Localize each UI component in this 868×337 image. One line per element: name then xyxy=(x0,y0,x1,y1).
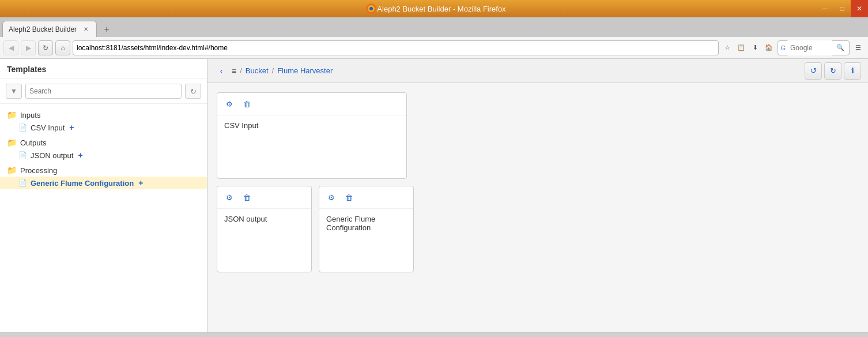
window-title: Aleph2 Bucket Builder - Mozilla Firefox xyxy=(377,5,505,13)
breadcrumb: ‹ ≡ / Bucket / Flume Harvester xyxy=(214,64,333,78)
template-tree: 📁 Inputs 📄 CSV Input + 📁 Outputs 📄 JSON … xyxy=(0,104,207,332)
title-bar: Aleph2 Bucket Builder - Mozilla Firefox … xyxy=(0,0,868,17)
breadcrumb-home-icon[interactable]: ≡ xyxy=(232,66,236,76)
browser-chrome: Aleph2 Bucket Builder ✕ + ◀ ▶ ↻ ⌂ ☆ 📋 ⬇ … xyxy=(0,17,868,59)
close-button[interactable]: ✕ xyxy=(851,0,868,17)
card-json-delete-button[interactable]: 🗑 xyxy=(240,191,253,204)
flume-label: Generic Flume Configuration xyxy=(31,179,134,188)
card-csv-gear-button[interactable]: ⚙ xyxy=(223,98,236,110)
add-csv-icon[interactable]: + xyxy=(69,123,74,132)
header-refresh2-button[interactable]: ↻ xyxy=(824,62,841,80)
card-flume-title: Generic Flume Configuration xyxy=(326,215,375,232)
svg-point-2 xyxy=(369,7,373,10)
folder-processing-icon: 📁 xyxy=(7,166,17,175)
card-json-header: ⚙ 🗑 xyxy=(217,186,311,209)
doc-flume-icon: 📄 xyxy=(18,179,27,187)
bookmark-button[interactable]: 📋 xyxy=(735,42,748,54)
add-json-icon[interactable]: + xyxy=(78,151,82,160)
download-button[interactable]: ⬇ xyxy=(749,42,761,54)
breadcrumb-current: Flume Harvester xyxy=(277,66,333,75)
tree-item-flume[interactable]: 📄 Generic Flume Configuration + xyxy=(0,177,207,189)
firefox-logo xyxy=(365,3,377,14)
folder-processing[interactable]: 📁 Processing xyxy=(0,164,207,177)
card-flume-body: Generic Flume Configuration xyxy=(319,209,413,272)
card-json-gear-button[interactable]: ⚙ xyxy=(223,191,236,204)
new-tab-button[interactable]: + xyxy=(99,22,114,37)
folder-inputs[interactable]: 📁 Inputs xyxy=(0,108,207,121)
tree-item-json-output[interactable]: 📄 JSON output + xyxy=(0,149,207,162)
active-tab[interactable]: Aleph2 Bucket Builder ✕ xyxy=(2,21,97,37)
json-output-label: JSON output xyxy=(31,151,73,160)
sidebar-search-row: ▼ ↻ xyxy=(0,79,207,104)
cards-row-2: ⚙ 🗑 JSON output ⚙ 🗑 Generic Flume Config… xyxy=(217,186,859,272)
browser-search-input[interactable] xyxy=(787,40,833,55)
header-actions: ↺ ↻ ℹ xyxy=(805,62,861,80)
card-csv-body: CSV Input xyxy=(217,115,406,178)
tab-label: Aleph2 Bucket Builder xyxy=(9,25,77,33)
back-button[interactable]: ◀ xyxy=(3,40,18,55)
folder-outputs-label: Outputs xyxy=(20,138,47,147)
card-flume-gear-button[interactable]: ⚙ xyxy=(325,191,338,204)
csv-input-label: CSV Input xyxy=(31,123,65,132)
folder-outputs-icon: 📁 xyxy=(7,138,17,147)
tree-group-outputs: 📁 Outputs 📄 JSON output + xyxy=(0,135,207,163)
tree-group-inputs: 📁 Inputs 📄 CSV Input + xyxy=(0,107,207,135)
folder-inputs-label: Inputs xyxy=(20,111,40,119)
forward-button[interactable]: ▶ xyxy=(21,40,36,55)
card-flume-header: ⚙ 🗑 xyxy=(319,186,413,209)
card-csv-header: ⚙ 🗑 xyxy=(217,93,406,115)
header-info-button[interactable]: ℹ xyxy=(844,62,861,80)
nav-bar: ◀ ▶ ↻ ⌂ ☆ 📋 ⬇ 🏠 G 🔍 ☰ xyxy=(0,37,868,59)
sidebar: Templates ▼ ↻ 📁 Inputs 📄 CSV Input + xyxy=(0,59,207,332)
cards-area: ⚙ 🗑 CSV Input ⚙ 🗑 JSON output xyxy=(207,83,868,332)
menu-button[interactable]: ☰ xyxy=(852,42,865,54)
search-input[interactable] xyxy=(25,84,182,99)
browser-search-button[interactable]: 🔍 xyxy=(834,42,847,54)
card-flume-delete-button[interactable]: 🗑 xyxy=(342,191,355,204)
maximize-button[interactable]: □ xyxy=(833,0,851,17)
home-nav-button[interactable]: 🏠 xyxy=(763,42,775,54)
content-area: ‹ ≡ / Bucket / Flume Harvester ↺ ↻ ℹ ⚙ 🗑 xyxy=(207,59,868,332)
card-csv-delete-button[interactable]: 🗑 xyxy=(240,98,253,110)
cards-row-1: ⚙ 🗑 CSV Input xyxy=(217,92,859,179)
sidebar-title: Templates xyxy=(0,59,207,79)
folder-inputs-icon: 📁 xyxy=(7,110,17,119)
card-flume-config: ⚙ 🗑 Generic Flume Configuration xyxy=(319,186,414,272)
card-csv-input: ⚙ 🗑 CSV Input xyxy=(217,92,407,179)
content-header: ‹ ≡ / Bucket / Flume Harvester ↺ ↻ ℹ xyxy=(207,59,868,83)
folder-outputs[interactable]: 📁 Outputs xyxy=(0,136,207,149)
folder-processing-label: Processing xyxy=(20,166,57,175)
doc-csv-icon: 📄 xyxy=(18,123,27,132)
tab-close-button[interactable]: ✕ xyxy=(81,25,90,34)
card-json-body: JSON output xyxy=(217,209,311,272)
doc-json-icon: 📄 xyxy=(18,151,27,159)
card-csv-title: CSV Input xyxy=(224,121,258,130)
google-icon: G xyxy=(780,44,786,51)
breadcrumb-bucket-link[interactable]: Bucket xyxy=(246,66,269,75)
bookmark-star-button[interactable]: ☆ xyxy=(721,42,734,54)
sidebar-refresh-button[interactable]: ↻ xyxy=(185,84,201,99)
header-refresh1-button[interactable]: ↺ xyxy=(805,62,822,80)
url-bar[interactable] xyxy=(73,40,719,55)
breadcrumb-back-button[interactable]: ‹ xyxy=(214,64,228,78)
add-flume-icon[interactable]: + xyxy=(138,178,143,188)
tree-group-processing: 📁 Processing 📄 Generic Flume Configurati… xyxy=(0,163,207,190)
browser-search-bar: G 🔍 xyxy=(778,40,850,55)
status-bar xyxy=(0,332,868,337)
tabs-bar: Aleph2 Bucket Builder ✕ + xyxy=(0,17,868,37)
filter-button[interactable]: ▼ xyxy=(6,84,22,99)
main-layout: Templates ▼ ↻ 📁 Inputs 📄 CSV Input + xyxy=(0,59,868,332)
card-json-title: JSON output xyxy=(224,215,267,223)
reload-button[interactable]: ↻ xyxy=(38,40,53,55)
tree-item-csv-input[interactable]: 📄 CSV Input + xyxy=(0,121,207,134)
window-controls: ─ □ ✕ xyxy=(816,0,868,17)
minimize-button[interactable]: ─ xyxy=(816,0,833,17)
home-button[interactable]: ⌂ xyxy=(55,40,70,55)
card-json-output: ⚙ 🗑 JSON output xyxy=(217,186,312,272)
